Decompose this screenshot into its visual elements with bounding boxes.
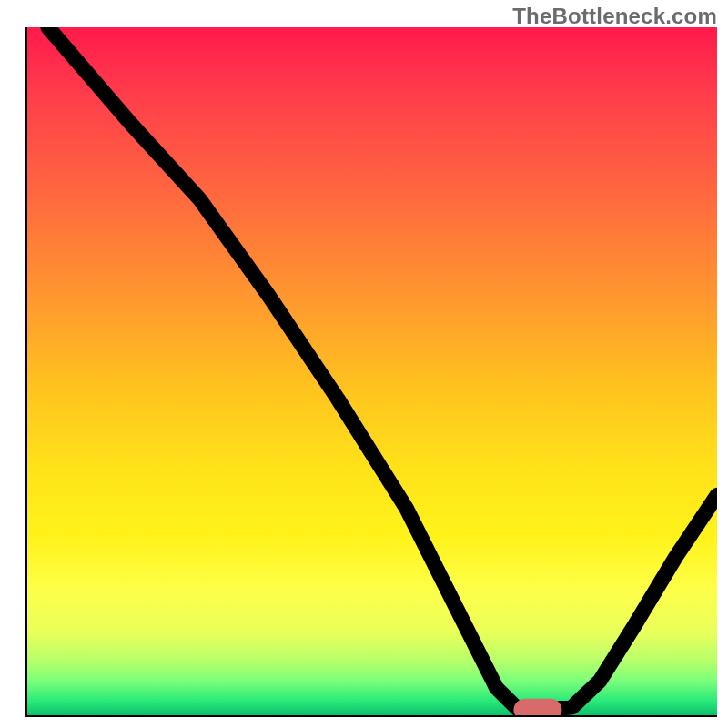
chart-container: TheBottleneck.com <box>0 0 728 728</box>
plot-area <box>25 27 717 717</box>
bottleneck-curve <box>48 27 717 710</box>
chart-overlay <box>27 27 717 715</box>
watermark-text: TheBottleneck.com <box>512 4 717 29</box>
optimal-marker <box>517 703 558 715</box>
